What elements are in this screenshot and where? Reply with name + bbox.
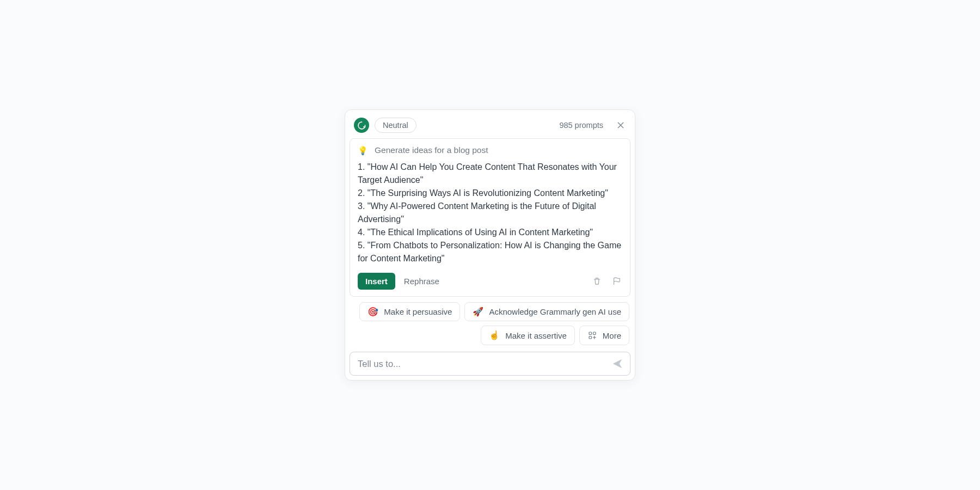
prompt-input-row	[350, 352, 630, 376]
grid-plus-icon	[587, 330, 597, 340]
idea-item: 4. "The Ethical Implications of Using AI…	[358, 226, 622, 239]
suggestion-chips: 🎯 Make it persuasive 🚀 Acknowledge Gramm…	[350, 302, 630, 345]
grammarly-logo	[354, 118, 369, 133]
chip-assertive[interactable]: ☝️ Make it assertive	[481, 326, 575, 345]
idea-item: 3. "Why AI-Powered Content Marketing is …	[358, 200, 622, 226]
svg-rect-1	[593, 332, 596, 335]
chip-label: Make it assertive	[505, 331, 567, 340]
chip-persuasive[interactable]: 🎯 Make it persuasive	[359, 302, 460, 321]
close-icon	[616, 121, 625, 130]
chip-acknowledge[interactable]: 🚀 Acknowledge Grammarly gen AI use	[464, 302, 629, 321]
close-button[interactable]	[615, 120, 626, 131]
point-up-icon: ☝️	[489, 331, 500, 340]
send-icon	[611, 358, 623, 370]
prompts-count: 985 prompts	[559, 121, 603, 130]
insert-button[interactable]: Insert	[358, 273, 395, 290]
trash-icon	[592, 277, 602, 286]
target-icon: 🎯	[367, 308, 378, 316]
ai-assist-popup: Neutral 985 prompts 💡 Generate ideas for…	[345, 109, 635, 381]
svg-rect-2	[589, 336, 592, 339]
chip-label: Make it persuasive	[384, 307, 452, 316]
idea-item: 1. "How AI Can Help You Create Content T…	[358, 161, 622, 187]
result-card: 💡 Generate ideas for a blog post 1. "How…	[350, 138, 630, 297]
send-button[interactable]	[611, 358, 623, 370]
card-actions: Insert Rephrase	[358, 273, 622, 290]
idea-item: 2. "The Surprising Ways AI is Revolution…	[358, 187, 622, 200]
ideas-list: 1. "How AI Can Help You Create Content T…	[358, 161, 622, 265]
flag-icon	[612, 277, 621, 286]
card-title: Generate ideas for a blog post	[375, 145, 488, 155]
delete-button[interactable]	[591, 275, 603, 287]
tone-selector[interactable]: Neutral	[375, 118, 416, 133]
chip-label: More	[603, 331, 621, 340]
prompt-input[interactable]	[358, 359, 606, 369]
chip-more[interactable]: More	[579, 326, 629, 345]
lightbulb-icon: 💡	[358, 146, 368, 155]
flag-button[interactable]	[610, 275, 622, 287]
idea-item: 5. "From Chatbots to Personalization: Ho…	[358, 239, 622, 265]
popup-header: Neutral 985 prompts	[350, 114, 630, 138]
rocket-icon: 🚀	[473, 308, 483, 316]
svg-rect-0	[589, 332, 592, 335]
chip-label: Acknowledge Grammarly gen AI use	[489, 307, 621, 316]
rephrase-button[interactable]: Rephrase	[403, 273, 440, 289]
grammarly-icon	[357, 121, 366, 130]
card-title-row: 💡 Generate ideas for a blog post	[358, 145, 622, 155]
